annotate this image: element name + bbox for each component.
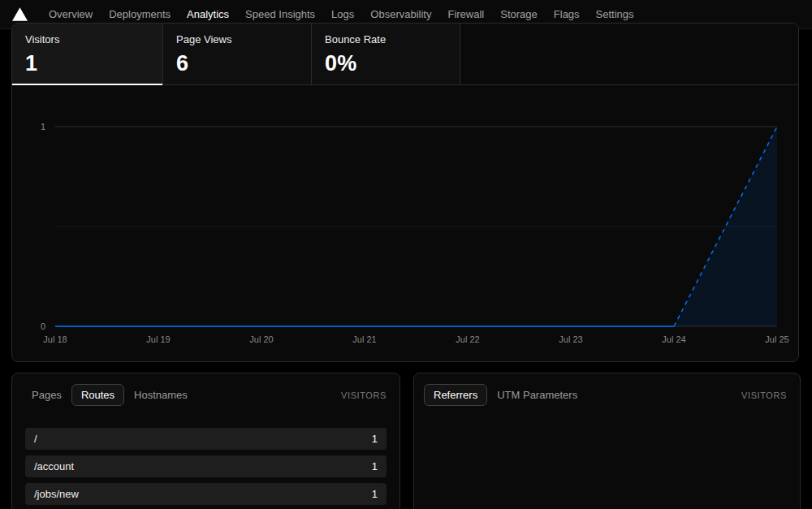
visitors-chart: 01Jul 18Jul 19Jul 20Jul 21Jul 22Jul 23Ju… (12, 85, 798, 360)
visitors-column-header: VISITORS (341, 390, 387, 400)
route-value: 1 (372, 488, 378, 500)
stat-label: Visitors (25, 33, 149, 45)
routes-panel-header: Pages Routes Hostnames VISITORS (12, 373, 400, 416)
svg-text:Jul 20: Jul 20 (249, 334, 273, 344)
referrers-panel-header: Referrers UTM Parameters VISITORS (414, 373, 800, 416)
svg-text:Jul 24: Jul 24 (662, 334, 685, 344)
referrers-list (414, 416, 800, 428)
visitors-column-header: VISITORS (741, 390, 787, 400)
route-label: /jobs/new (34, 488, 79, 500)
stat-label: Page Views (176, 33, 298, 45)
route-value: 1 (372, 433, 378, 445)
tab-referrers[interactable]: Referrers (424, 384, 487, 406)
svg-text:Jul 19: Jul 19 (146, 334, 170, 344)
route-row[interactable]: /account 1 (25, 455, 387, 477)
stat-tab-page-views[interactable]: Page Views 6 (163, 24, 312, 84)
stat-tab-bounce-rate[interactable]: Bounce Rate 0% (312, 24, 460, 84)
route-label: / (34, 433, 37, 445)
stats-row-filler (460, 24, 798, 84)
svg-text:1: 1 (41, 122, 45, 132)
tab-routes[interactable]: Routes (71, 384, 124, 406)
svg-text:0: 0 (41, 321, 45, 331)
stat-label: Bounce Rate (325, 33, 447, 45)
tab-pages[interactable]: Pages (22, 384, 71, 406)
routes-panel: Pages Routes Hostnames VISITORS / 1 /acc… (11, 373, 400, 509)
tab-hostnames[interactable]: Hostnames (124, 384, 197, 406)
svg-text:Jul 23: Jul 23 (559, 334, 582, 344)
analytics-chart-card: Visitors 1 Page Views 6 Bounce Rate 0% 0… (11, 23, 799, 362)
stat-tab-visitors[interactable]: Visitors 1 (12, 24, 163, 84)
stat-value: 0% (325, 51, 447, 76)
route-label: /account (34, 460, 74, 472)
vercel-triangle-icon (12, 7, 28, 21)
svg-text:Jul 21: Jul 21 (352, 334, 376, 344)
stat-value: 1 (25, 51, 149, 76)
svg-text:Jul 22: Jul 22 (456, 334, 479, 344)
referrers-panel: Referrers UTM Parameters VISITORS (413, 373, 801, 509)
route-row[interactable]: / 1 (25, 428, 387, 450)
route-value: 1 (372, 460, 378, 472)
svg-text:Jul 18: Jul 18 (43, 334, 67, 344)
tab-utm-parameters[interactable]: UTM Parameters (487, 384, 587, 406)
stats-tab-row: Visitors 1 Page Views 6 Bounce Rate 0% (12, 24, 798, 85)
svg-text:Jul 25: Jul 25 (765, 334, 788, 344)
route-row[interactable]: /jobs/new 1 (25, 483, 387, 505)
stat-value: 6 (176, 51, 298, 76)
visitors-chart-svg: 01Jul 18Jul 19Jul 20Jul 21Jul 22Jul 23Ju… (12, 85, 798, 360)
routes-list: / 1 /account 1 /jobs/new 1 (12, 416, 400, 505)
